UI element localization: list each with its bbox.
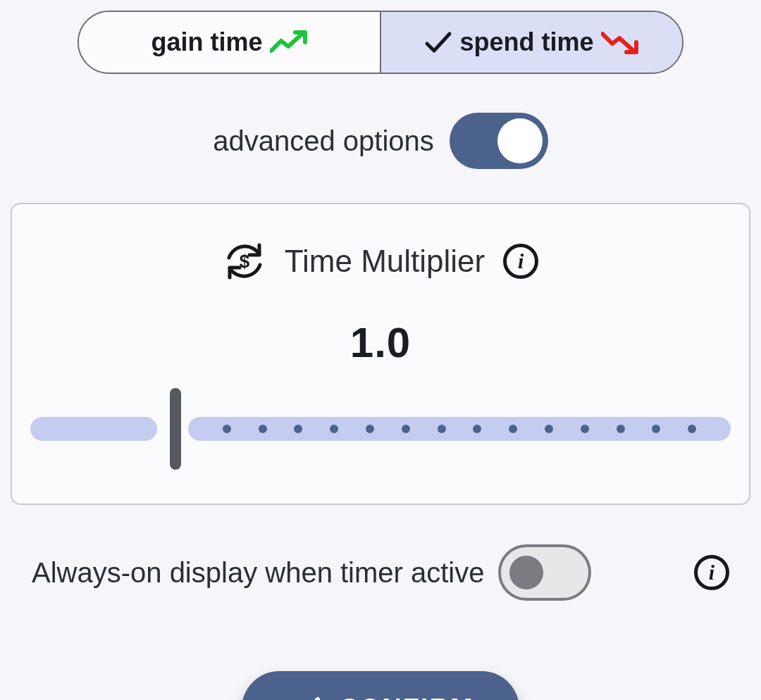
slider-track-remaining (188, 417, 731, 441)
time-mode-segmented: gain time spend time (78, 11, 683, 74)
slider-tick (473, 425, 481, 433)
toggle-knob (497, 118, 543, 163)
slider-tick (330, 425, 338, 433)
segment-gain-time[interactable]: gain time (79, 12, 381, 73)
svg-text:$: $ (240, 251, 250, 272)
slider-tick (259, 425, 267, 433)
slider-tick (652, 425, 660, 433)
slider-tick (688, 425, 696, 433)
check-icon (287, 696, 321, 701)
time-multiplier-value: 1.0 (30, 318, 731, 367)
slider-tick (509, 425, 517, 433)
confirm-row: CONFIRM (11, 671, 750, 700)
always-on-display-label: Always-on display when timer active (32, 557, 484, 589)
advanced-options-row: advanced options (11, 113, 750, 169)
info-icon[interactable]: i (503, 244, 538, 279)
slider-tick (545, 425, 553, 433)
segment-gain-label: gain time (151, 27, 262, 57)
slider-tick (581, 425, 589, 433)
slider-tick (223, 425, 231, 433)
check-icon (424, 31, 452, 54)
confirm-button[interactable]: CONFIRM (242, 671, 519, 700)
advanced-options-toggle[interactable] (450, 113, 548, 169)
toggle-knob (509, 556, 543, 589)
segment-spend-time[interactable]: spend time (381, 12, 682, 73)
slider-tick (366, 425, 374, 433)
time-multiplier-title: Time Multiplier (285, 244, 485, 279)
slider-tick (617, 425, 625, 433)
time-multiplier-header: $ Time Multiplier i (30, 239, 731, 283)
always-on-display-toggle[interactable] (498, 544, 591, 601)
trending-up-icon (270, 30, 308, 55)
trending-down-icon (601, 30, 639, 55)
slider-thumb[interactable] (170, 388, 181, 470)
slider-tick (438, 425, 446, 433)
info-icon[interactable]: i (694, 555, 729, 590)
time-multiplier-slider[interactable] (30, 388, 731, 470)
currency-refresh-icon: $ (223, 239, 266, 283)
slider-track-filled (30, 417, 157, 441)
confirm-label: CONFIRM (339, 694, 474, 700)
segment-spend-label: spend time (459, 27, 593, 57)
advanced-options-label: advanced options (213, 125, 434, 157)
slider-tick (294, 425, 302, 433)
slider-tick (402, 425, 410, 433)
time-multiplier-card: $ Time Multiplier i 1.0 (11, 203, 750, 505)
always-on-display-row: Always-on display when timer active i (11, 544, 750, 601)
